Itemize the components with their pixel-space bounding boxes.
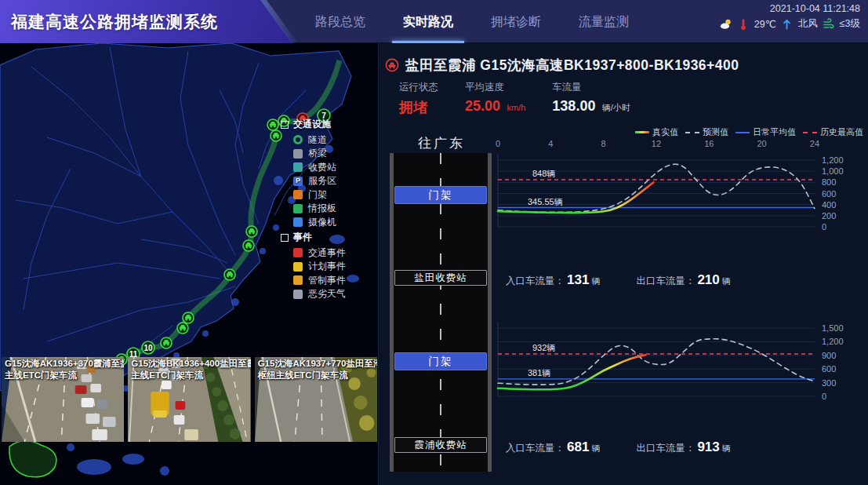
stat-unit: 辆/小时 xyxy=(602,103,630,112)
map-legend-item[interactable]: P服务区 xyxy=(281,174,376,188)
camera-caption: 主线ETC门架车流 xyxy=(131,370,249,381)
vehicle-route-marker[interactable] xyxy=(224,269,235,280)
map-legend-item[interactable]: 桥梁 xyxy=(281,147,376,161)
map-legend-item[interactable]: 恶劣天气 xyxy=(281,287,376,301)
toll-station-button-yantian[interactable]: 盐田收费站 xyxy=(394,270,487,286)
numbered-route-marker[interactable]: 10 xyxy=(142,341,154,354)
vehicle-route-marker[interactable] xyxy=(267,119,278,130)
map-legend-item[interactable]: 交通事件 xyxy=(281,246,376,261)
tab-congestion-diagnosis[interactable]: 拥堵诊断 xyxy=(472,0,560,43)
legend-label: 日常平均值 xyxy=(753,126,796,138)
section-title-row: 盐田至霞浦 G15沈海高速BK1937+800-BK1936+400 xyxy=(385,56,739,75)
vehicle-route-marker[interactable] xyxy=(243,240,254,251)
checkbox-icon[interactable] xyxy=(281,121,289,129)
entry-flow-label: 入口车流量： xyxy=(506,442,565,455)
datetime: 2021-10-04 11:21:48 xyxy=(720,3,860,14)
legend-predicted-value[interactable]: 预测值 xyxy=(685,126,728,138)
map-legend-item[interactable]: 摄像机 xyxy=(281,216,376,230)
stat-label: 运行状态 xyxy=(399,81,438,94)
map-legend-label: 收费站 xyxy=(308,161,336,175)
wind-direction-value: 北风 xyxy=(798,17,818,31)
entry-flow-value: 131 xyxy=(567,272,589,288)
wind-level-value: ≤3级 xyxy=(840,17,860,31)
camera-caption: G15沈海AK1936+370霞浦至盐田 xyxy=(5,358,122,370)
map-panel[interactable]: 7101113 交通设施 隧道桥梁收费站P服务区门架情报板摄像机 事件 交通事件… xyxy=(0,43,379,485)
stat-average-speed: 平均速度 25.00 km/h xyxy=(465,81,525,117)
svg-text:345.55辆: 345.55辆 xyxy=(528,197,563,206)
camera-feed-3[interactable]: G15沈海AK1937+770盐田至湾坞 枢纽主线ETC门架车流 xyxy=(255,357,377,442)
cloud-sun-icon xyxy=(720,18,732,31)
svg-text:932辆: 932辆 xyxy=(532,343,555,352)
entry-flow-unit: 辆 xyxy=(591,275,600,287)
svg-text:381辆: 381辆 xyxy=(528,368,550,377)
checkbox-icon[interactable] xyxy=(281,234,289,242)
exit-flow-unit: 辆 xyxy=(722,275,731,287)
flow-stats-1: 入口车流量： 131 辆 出口车流量： 210 辆 xyxy=(506,272,731,288)
map-legend-label: 桥梁 xyxy=(308,147,327,161)
toll-station-button-xiapu[interactable]: 霞浦收费站 xyxy=(394,437,487,453)
vehicle-route-marker[interactable] xyxy=(271,130,281,141)
gantry-icon xyxy=(293,190,303,199)
section-title: 盐田至霞浦 G15沈海高速BK1937+800-BK1936+400 xyxy=(405,56,739,75)
facilities-header-label: 交通设施 xyxy=(293,118,331,132)
planned-event-icon xyxy=(293,262,303,272)
camera-icon xyxy=(293,217,303,227)
gantry-button-1[interactable]: 门架 xyxy=(394,186,487,204)
entry-flow-label: 入口车流量： xyxy=(506,275,565,288)
map-legend-item[interactable]: 计划事件 xyxy=(281,260,376,274)
map-legend-event-list: 交通事件计划事件管制事件恶劣天气 xyxy=(281,246,376,301)
control-event-icon xyxy=(293,275,303,285)
map-legend-item[interactable]: 情报板 xyxy=(281,202,376,216)
chart-legend: 真实值 预测值 日常平均值 历史最高值 xyxy=(628,126,863,138)
svg-text:600: 600 xyxy=(822,189,836,199)
vehicle-route-marker[interactable] xyxy=(183,312,194,323)
vehicle-route-marker[interactable] xyxy=(161,337,172,348)
map-legend-item[interactable]: 门架 xyxy=(281,188,376,202)
map-legend-label: 摄像机 xyxy=(308,216,336,230)
tab-realtime-traffic[interactable]: 实时路况 xyxy=(384,0,472,43)
exit-flow-label: 出口车流量： xyxy=(636,442,695,455)
nav-tabs: 路段总览 实时路况 拥堵诊断 流量监测 xyxy=(296,0,648,43)
gantry-button-2[interactable]: 门架 xyxy=(394,352,487,370)
svg-text:20: 20 xyxy=(757,139,766,148)
camera-caption: G15沈海BK1936+400盐田至霞浦 xyxy=(131,358,249,370)
direction-label: 往广东 xyxy=(418,134,465,152)
exit-flow-unit: 辆 xyxy=(722,443,731,454)
svg-text:12: 12 xyxy=(652,139,661,148)
map-legend-events-header[interactable]: 事件 xyxy=(281,231,376,245)
svg-text:16: 16 xyxy=(704,139,714,148)
tab-segment-overview[interactable]: 路段总览 xyxy=(296,0,384,43)
temperature-value: 29℃ xyxy=(754,18,776,30)
legend-daily-average[interactable]: 日常平均值 xyxy=(735,126,796,138)
map-legend: 交通设施 隧道桥梁收费站P服务区门架情报板摄像机 事件 交通事件计划事件管制事件… xyxy=(281,116,376,301)
svg-text:200: 200 xyxy=(822,211,836,221)
vehicle-route-marker[interactable] xyxy=(246,226,257,237)
map-legend-item[interactable]: 收费站 xyxy=(281,161,376,175)
header-right: 2021-10-04 11:21:48 29℃ 北风 ≤3级 xyxy=(720,3,860,31)
svg-text:0: 0 xyxy=(496,139,500,148)
vehicle-route-marker[interactable] xyxy=(177,323,188,334)
entry-flow-unit: 辆 xyxy=(591,443,600,454)
camera-feed-1[interactable]: G15沈海AK1936+370霞浦至盐田 主线ETC门架车流 xyxy=(2,357,124,442)
camera-feed-2[interactable]: G15沈海BK1936+400盐田至霞浦 主线ETC门架车流 xyxy=(128,357,250,442)
flow-stats-2: 入口车流量： 681 辆 出口车流量： 913 辆 xyxy=(506,439,731,455)
map-legend-label: 隧道 xyxy=(308,133,327,148)
legend-label: 真实值 xyxy=(652,126,678,138)
legend-historical-max[interactable]: 历史最高值 xyxy=(803,126,863,138)
map-legend-item[interactable]: 管制事件 xyxy=(281,274,376,288)
legend-real-value[interactable]: 真实值 xyxy=(635,126,678,138)
camera-caption: G15沈海AK1937+770盐田至湾坞 xyxy=(258,358,376,370)
bad-weather-icon xyxy=(293,290,303,299)
app-title-banner: 福建高速公路拥堵监测系统 xyxy=(0,0,298,43)
highlighted-island xyxy=(9,440,56,476)
tab-flow-monitoring[interactable]: 流量监测 xyxy=(560,0,648,43)
map-legend-facilities-header[interactable]: 交通设施 xyxy=(281,118,376,132)
exit-flow-label: 出口车流量： xyxy=(636,275,695,288)
svg-text:0: 0 xyxy=(822,222,826,232)
stat-label: 车流量 xyxy=(552,81,630,94)
svg-text:10: 10 xyxy=(143,344,153,352)
map-legend-item[interactable]: 隧道 xyxy=(281,133,376,148)
stat-value: 138.00 xyxy=(552,98,595,114)
camera-caption: 枢纽主线ETC门架车流 xyxy=(258,370,376,381)
svg-text:848辆: 848辆 xyxy=(532,169,555,178)
